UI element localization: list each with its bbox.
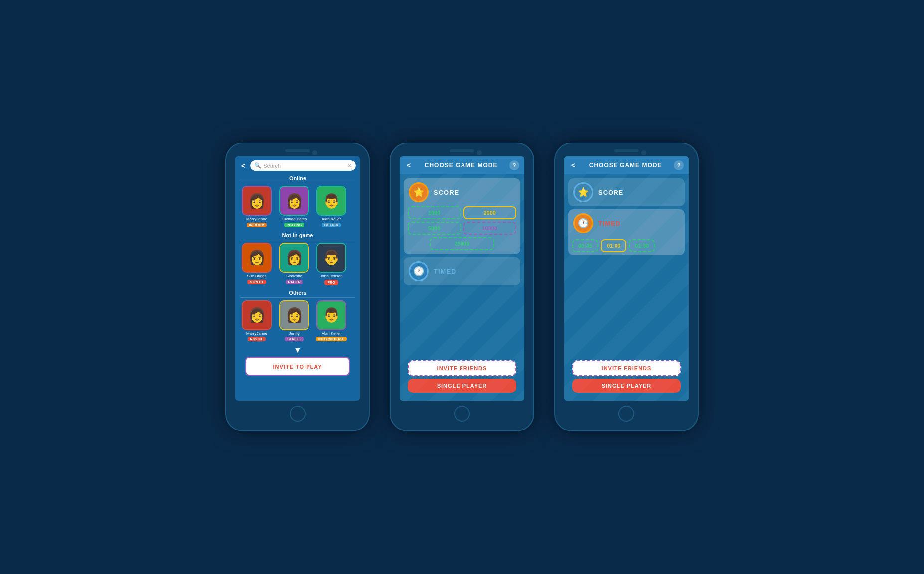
score-option-10000[interactable]: 10000	[463, 222, 517, 235]
score-option-2000[interactable]: 2000	[463, 206, 517, 219]
invite-to-play-button[interactable]: INVITE TO PLAY	[245, 357, 350, 376]
phone-1: < 🔍 Search ✕ Online 👩 MarryJanne IN ROOM…	[225, 143, 370, 431]
single-player-button[interactable]: SINGLE PLAYER	[572, 379, 681, 393]
camera	[641, 150, 646, 155]
avatar-img: 👩	[243, 301, 271, 329]
avatar: 👨	[316, 186, 346, 216]
online-friends-grid: 👩 MarryJanne IN ROOM 👩 Lucinda Bates PLA…	[235, 183, 360, 230]
time-option-0100[interactable]: 01:00	[601, 239, 626, 252]
friend-name: Alan Keller	[322, 217, 341, 222]
score-label: SCORE	[434, 189, 459, 196]
home-button[interactable]	[454, 406, 470, 422]
friend-name: Sue Briggs	[247, 274, 266, 279]
avatar: 👨	[316, 300, 346, 330]
list-item[interactable]: 👨 Alan Keller BETTER	[314, 186, 349, 227]
time-option-0130[interactable]: 01:30	[629, 239, 655, 252]
game-header: < CHOOSE GAME MODE ?	[564, 156, 689, 174]
scroll-down-icon: ▼	[235, 344, 360, 357]
friend-name: Jenny	[289, 332, 299, 336]
avatar-img: 👩	[280, 301, 308, 329]
screen-2: < CHOOSE GAME MODE ? ⭐ SCORE 1000 2000 5…	[400, 156, 524, 401]
status-badge: BETTER	[322, 223, 341, 227]
list-item[interactable]: 👩 MarryJanne NOVICE	[239, 300, 274, 342]
search-bar[interactable]: 🔍 Search ✕	[250, 160, 356, 171]
page-title: CHOOSE GAME MODE	[413, 162, 509, 169]
friend-name: John Jensen	[320, 274, 342, 279]
list-item[interactable]: 👩 Sue Briggs STREET	[239, 243, 274, 285]
back-button[interactable]: <	[239, 161, 247, 171]
screen-3: < CHOOSE GAME MODE ? ⭐ SCORE 🕐 TIMED 00:…	[564, 156, 689, 401]
timed-icon: 🕐	[409, 261, 429, 281]
score-option-5000[interactable]: 5000	[408, 222, 461, 235]
score-mode-header[interactable]: ⭐ SCORE	[404, 178, 520, 206]
speaker	[614, 149, 639, 152]
list-item[interactable]: 👩 MarryJanne IN ROOM	[239, 186, 274, 227]
time-options: 00:45 01:00 01:30	[568, 237, 685, 255]
friend-name: MarryJanne	[246, 217, 267, 222]
speaker	[450, 149, 474, 152]
time-option-0045[interactable]: 00:45	[572, 239, 598, 252]
timed-label: TIMED	[598, 220, 620, 227]
friend-name: SiaWhite	[286, 274, 302, 279]
screen-1: < 🔍 Search ✕ Online 👩 MarryJanne IN ROOM…	[235, 156, 360, 401]
back-button[interactable]: <	[405, 160, 413, 170]
list-item[interactable]: 👩 Lucinda Bates PLAYING	[277, 186, 311, 227]
status-badge: STREET	[247, 280, 266, 284]
others-label: Others	[235, 287, 360, 297]
invite-to-play-label: INVITE TO PLAY	[273, 364, 322, 370]
list-item[interactable]: 👨 John Jensen PRO	[314, 243, 349, 285]
score-options-grid: 1000 2000 5000 10000 25000	[404, 206, 520, 254]
score-mode-row[interactable]: ⭐ SCORE	[568, 178, 685, 206]
camera	[312, 150, 317, 155]
avatar: 👨	[316, 243, 346, 273]
avatar: 👩	[279, 186, 309, 216]
avatar: 👩	[279, 300, 309, 330]
avatar: 👩	[279, 243, 309, 273]
home-button[interactable]	[618, 406, 634, 422]
timed-mode-row[interactable]: 🕐 TIMED	[404, 257, 520, 285]
status-badge: PLAYING	[284, 223, 304, 227]
game-content: ⭐ SCORE 🕐 TIMED 00:45 01:00 01:30 INVITE…	[564, 174, 689, 401]
search-icon: 🔍	[254, 162, 261, 169]
avatar-img: 👩	[243, 244, 271, 272]
status-badge: STREET	[285, 337, 304, 341]
status-badge: PRO	[324, 280, 338, 285]
timed-mode-header[interactable]: 🕐 TIMED	[568, 209, 685, 237]
avatar-img: 👩	[280, 244, 308, 272]
list-item[interactable]: 👨 Alan Keller INTERMEDIATE	[314, 300, 349, 342]
p1-header: < 🔍 Search ✕	[235, 156, 360, 173]
phone-3: < CHOOSE GAME MODE ? ⭐ SCORE 🕐 TIMED 00:…	[554, 143, 699, 431]
status-badge: RACER	[286, 280, 303, 284]
speaker	[285, 149, 310, 152]
not-in-game-label: Not in game	[235, 230, 360, 240]
back-button[interactable]: <	[569, 160, 577, 170]
camera	[477, 150, 482, 155]
bottom-buttons: INVITE FRIENDS SINGLE PLAYER	[404, 357, 520, 397]
list-item[interactable]: 👩 SiaWhite RACER	[277, 243, 311, 285]
list-item[interactable]: 👩 Jenny STREET	[277, 300, 311, 342]
score-option-25000[interactable]: 25000	[430, 237, 495, 250]
clear-icon[interactable]: ✕	[347, 162, 352, 169]
avatar-img: 👨	[317, 244, 345, 272]
avatar: 👩	[242, 186, 272, 216]
friend-name: Alan Keller	[322, 332, 341, 336]
phone-2: < CHOOSE GAME MODE ? ⭐ SCORE 1000 2000 5…	[390, 143, 534, 431]
avatar-img: 👩	[243, 187, 271, 215]
single-player-button[interactable]: SINGLE PLAYER	[408, 379, 516, 393]
help-button[interactable]: ?	[509, 160, 519, 170]
score-option-1000[interactable]: 1000	[408, 206, 461, 219]
home-button[interactable]	[290, 406, 306, 422]
score-label: SCORE	[598, 189, 623, 196]
game-content: ⭐ SCORE 1000 2000 5000 10000 25000 🕐 TIM…	[400, 174, 524, 401]
invite-friends-button[interactable]: INVITE FRIENDS	[408, 360, 516, 376]
friend-name: MarryJanne	[246, 332, 267, 336]
avatar-img: 👩	[280, 187, 308, 215]
friend-name: Lucinda Bates	[282, 217, 307, 222]
help-button[interactable]: ?	[674, 160, 684, 170]
avatar-img: 👨	[317, 187, 345, 215]
online-label: Online	[235, 173, 360, 183]
bottom-buttons: INVITE FRIENDS SINGLE PLAYER	[568, 357, 685, 397]
status-badge: NOVICE	[248, 337, 266, 341]
search-placeholder: Search	[263, 163, 345, 169]
invite-friends-button[interactable]: INVITE FRIENDS	[572, 360, 681, 376]
